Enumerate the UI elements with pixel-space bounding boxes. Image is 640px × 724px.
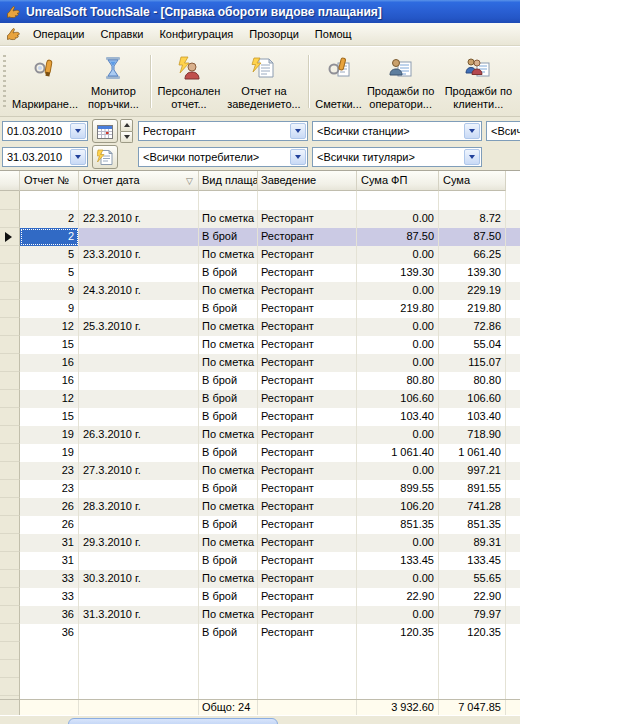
column-header-report-date[interactable]: Отчет дата ▽ [79,171,199,191]
cell-report-number[interactable]: 5 [20,246,79,264]
table-row[interactable]: 36В бройРесторант120.35120.35 [0,624,520,642]
cell-venue[interactable]: Ресторант [258,552,357,570]
cell-payment-type[interactable]: В брой [199,480,258,498]
cell-venue[interactable]: Ресторант [258,264,357,282]
cell-report-number[interactable]: 26 [20,498,79,516]
cell-sum-fp[interactable]: 899.55 [357,480,439,498]
cell-payment-type[interactable]: По сметка [199,354,258,372]
cell-sum-fp[interactable]: 0.00 [357,318,439,336]
cell-sum-fp[interactable]: 0.00 [357,354,439,372]
cell-report-number[interactable]: 36 [20,624,79,642]
cell-report-number[interactable]: 2 [20,228,79,246]
cell-report-number[interactable]: 5 [20,264,79,282]
cell-report-date[interactable] [79,336,199,354]
cell-sum[interactable]: 22.90 [439,588,506,606]
table-row[interactable]: 33В бройРесторант22.9022.90 [0,588,520,606]
table-row[interactable]: 2В бройРесторант87.5087.50 [0,228,520,246]
column-header-sum[interactable]: Сума [439,171,506,191]
cell-venue[interactable]: Ресторант [258,408,357,426]
toolbar-sales-by-operators-button[interactable]: Продажби по оператори... [365,50,437,113]
cell-payment-type[interactable]: По сметка [199,426,258,444]
cell-venue[interactable]: Ресторант [258,444,357,462]
horizontal-scrollbar[interactable] [0,715,520,724]
chevron-down-icon[interactable] [290,123,306,139]
generate-report-button[interactable] [92,145,118,169]
cell-payment-type[interactable]: В брой [199,300,258,318]
cell-report-number[interactable]: 23 [20,462,79,480]
cell-report-number[interactable]: 33 [20,588,79,606]
users-combo[interactable]: <Всички потребители> [138,147,308,167]
cell-venue[interactable]: Ресторант [258,246,357,264]
cell-report-date[interactable] [79,390,199,408]
cell-report-number[interactable]: 15 [20,336,79,354]
cell-sum-fp[interactable]: 80.80 [357,372,439,390]
cell-report-number[interactable]: 12 [20,390,79,408]
table-row[interactable]: 12В бройРесторант106.60106.60 [0,390,520,408]
cell-payment-type[interactable]: В брой [199,390,258,408]
cell-venue[interactable]: Ресторант [258,390,357,408]
cell-payment-type[interactable]: В брой [199,552,258,570]
toolbar-venue-report-button[interactable]: Отчет на заведението... [223,50,304,113]
table-row[interactable]: 222.3.2010 г.По сметкаРесторант0.008.72 [0,210,520,228]
chevron-down-icon[interactable] [464,149,480,165]
cell-sum-fp[interactable]: 0.00 [357,210,439,228]
cell-sum-fp[interactable]: 851.35 [357,516,439,534]
cell-report-date[interactable]: 22.3.2010 г. [79,210,199,228]
cell-sum-fp[interactable]: 106.60 [357,390,439,408]
cell-sum[interactable]: 741.28 [439,498,506,516]
cell-sum-fp[interactable]: 103.40 [357,408,439,426]
cell-report-date[interactable]: 24.3.2010 г. [79,282,199,300]
cell-report-date[interactable]: 25.3.2010 г. [79,318,199,336]
cell-report-number[interactable]: 31 [20,552,79,570]
menu-configuration[interactable]: Конфигурация [151,24,241,44]
cell-report-number[interactable]: 9 [20,300,79,318]
cell-sum-fp[interactable]: 106.20 [357,498,439,516]
chevron-down-icon[interactable] [464,123,480,139]
cell-sum[interactable]: 72.86 [439,318,506,336]
table-row[interactable]: 924.3.2010 г.По сметкаРесторант0.00229.1… [0,282,520,300]
cell-report-date[interactable]: 26.3.2010 г. [79,426,199,444]
cell-venue[interactable]: Ресторант [258,588,357,606]
table-row[interactable]: 523.3.2010 г.По сметкаРесторант0.0066.25 [0,246,520,264]
cell-sum[interactable]: 851.35 [439,516,506,534]
cell-sum[interactable]: 103.40 [439,408,506,426]
cell-report-number[interactable]: 36 [20,606,79,624]
cell-payment-type[interactable]: В брой [199,372,258,390]
chevron-down-icon[interactable] [70,123,86,139]
toolbar-sales-by-clients-button[interactable]: Продажби по клиенти... [437,50,520,113]
cell-payment-type[interactable]: В брой [199,444,258,462]
cell-payment-type[interactable]: В брой [199,228,258,246]
cell-report-date[interactable] [79,408,199,426]
cell-venue[interactable]: Ресторант [258,210,357,228]
cell-sum[interactable]: 55.65 [439,570,506,588]
cell-report-date[interactable] [79,354,199,372]
cell-report-number[interactable]: 19 [20,426,79,444]
cell-venue[interactable]: Ресторант [258,372,357,390]
column-header-sum-fp[interactable]: Сума ФП [357,171,439,191]
cell-sum[interactable]: 1 061.40 [439,444,506,462]
cell-payment-type[interactable]: По сметка [199,318,258,336]
cell-payment-type[interactable]: В брой [199,264,258,282]
cell-report-date[interactable] [79,516,199,534]
table-row[interactable]: 19В бройРесторант1 061.401 061.40 [0,444,520,462]
column-header-venue[interactable]: Заведение [258,171,357,191]
cell-report-date[interactable] [79,444,199,462]
cell-venue[interactable]: Ресторант [258,606,357,624]
table-row[interactable]: 31В бройРесторант133.45133.45 [0,552,520,570]
table-row[interactable]: 3129.3.2010 г.По сметкаРесторант0.0089.3… [0,534,520,552]
cell-report-number[interactable]: 33 [20,570,79,588]
toolbar-grip[interactable] [3,55,6,108]
cell-report-number[interactable]: 9 [20,282,79,300]
toolbar-personal-report-button[interactable]: Персонален отчет... [155,50,224,113]
stations-combo[interactable]: <Всички станции> [312,121,482,141]
cell-report-date[interactable] [79,480,199,498]
cell-report-number[interactable]: 16 [20,354,79,372]
table-row[interactable]: 5В бройРесторант139.30139.30 [0,264,520,282]
cell-venue[interactable]: Ресторант [258,336,357,354]
cell-sum-fp[interactable]: 0.00 [357,336,439,354]
date-to-combo[interactable]: 31.03.2010 [2,147,88,167]
cell-report-number[interactable]: 2 [20,210,79,228]
cell-payment-type[interactable]: По сметка [199,534,258,552]
table-row[interactable]: 9В бройРесторант219.80219.80 [0,300,520,318]
table-row[interactable]: 15В бройРесторант103.40103.40 [0,408,520,426]
